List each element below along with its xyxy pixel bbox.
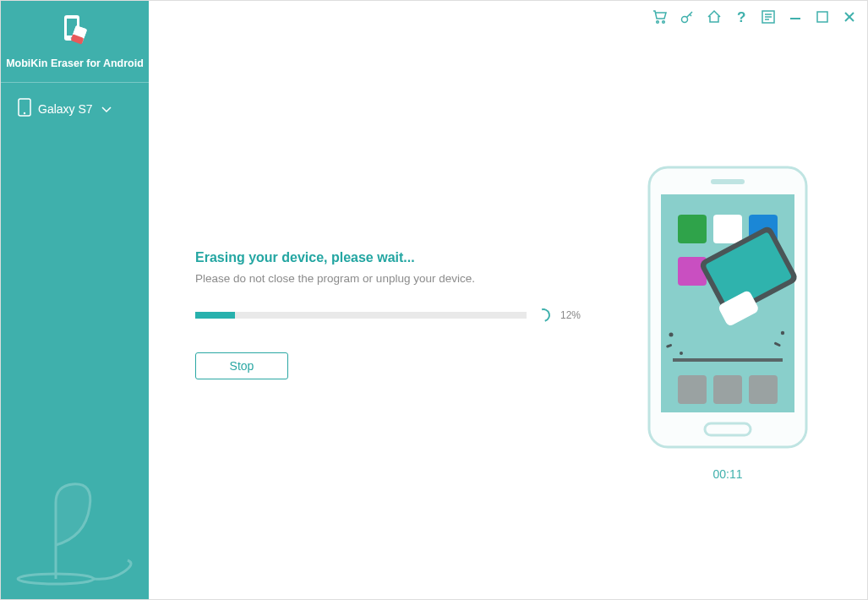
svg-rect-22 [678,215,707,243]
progress-percent: 12% [560,309,584,321]
phone-erasing-illustration-icon [647,437,808,451]
logo-block: MobiKin Eraser for Android [1,1,149,83]
svg-rect-29 [713,375,742,404]
svg-text:?: ? [737,9,745,25]
sidebar-decoration-icon [9,461,140,591]
main-panel: ? Erasing your device, please wait... Pl… [149,1,867,599]
phone-icon [18,98,31,119]
spinner-icon [534,306,553,325]
chevron-down-icon [101,102,112,116]
device-name: Galaxy S7 [38,102,93,116]
app-title: MobiKin Eraser for Android [1,57,149,69]
minimize-icon[interactable] [788,9,803,25]
svg-point-8 [18,574,94,584]
svg-point-7 [24,112,25,114]
progress-title: Erasing your device, please wait... [195,250,584,265]
progress-row: 12% [195,308,584,322]
svg-rect-23 [713,215,742,243]
home-icon[interactable] [707,9,722,25]
progress-subtitle: Please do not close the program or unplu… [195,272,584,285]
sidebar: MobiKin Eraser for Android Galaxy S7 [1,1,149,599]
svg-point-36 [680,352,683,355]
help-icon[interactable]: ? [734,9,749,25]
key-icon[interactable] [680,9,695,25]
feedback-icon[interactable] [761,9,776,25]
svg-rect-15 [817,12,827,22]
progress-fill [195,312,235,319]
progress-bar [195,312,527,319]
svg-point-38 [781,331,784,335]
maximize-icon[interactable] [815,9,830,25]
progress-panel: Erasing your device, please wait... Plea… [195,250,584,379]
stop-button[interactable]: Stop [195,352,288,379]
window-controls: ? [652,9,857,25]
svg-point-10 [663,21,665,24]
device-selector[interactable]: Galaxy S7 [1,83,149,134]
elapsed-time: 00:11 [647,467,808,481]
svg-point-34 [669,333,674,337]
svg-point-9 [657,21,659,24]
app-logo-icon [57,14,93,51]
svg-rect-19 [711,179,745,184]
phone-illustration-block: 00:11 [647,166,808,481]
close-icon[interactable] [842,9,857,25]
svg-point-11 [682,17,688,23]
cart-icon[interactable] [652,9,668,25]
svg-rect-30 [749,375,778,404]
svg-rect-28 [678,375,707,404]
app-window: MobiKin Eraser for Android Galaxy S7 [0,0,868,600]
